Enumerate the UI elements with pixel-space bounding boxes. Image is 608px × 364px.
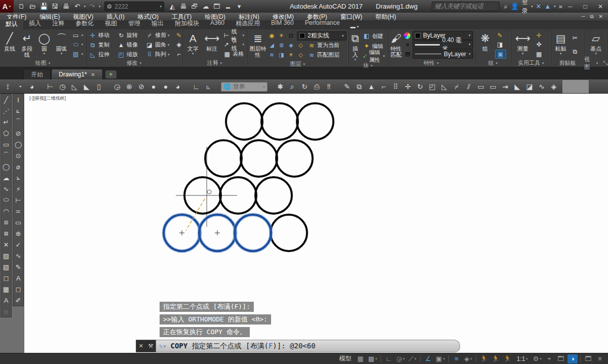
grid-icon[interactable]: ▦: [355, 354, 365, 363]
layer-vpfreeze-icon[interactable]: ◨: [278, 52, 285, 58]
scale-value[interactable]: 1:1▾: [514, 354, 530, 363]
annotation-visibility-icon[interactable]: 🏃: [479, 354, 489, 363]
show-motion-icon[interactable]: ‼: [323, 81, 334, 92]
view-sphere2-icon[interactable]: ◕: [26, 81, 37, 92]
circle-tool-icon[interactable]: ◯: [1, 161, 11, 172]
dim-angular-v-icon[interactable]: ⦛: [13, 172, 23, 183]
overflow-icon[interactable]: »: [559, 3, 562, 10]
maximize-button[interactable]: □: [578, 0, 593, 13]
cloud-icon[interactable]: ☁: [201, 2, 211, 12]
file-tab-[interactable]: 开始: [23, 69, 51, 79]
user-icon[interactable]: 👤: [511, 3, 519, 10]
group-button[interactable]: ❋组: [477, 30, 494, 59]
pie-icon[interactable]: ◕: [172, 81, 183, 92]
layer-isolate-icon[interactable]: ◈: [287, 42, 295, 49]
panel-label-draw[interactable]: 绘图▾: [0, 59, 86, 67]
layer-on-icon[interactable]: ◉: [268, 32, 276, 39]
workspace-gear-icon[interactable]: ⚙▾: [532, 354, 543, 363]
circle-5[interactable]: [276, 140, 313, 177]
panel-label-utilities[interactable]: 实用工具▾: [511, 59, 551, 67]
view-sphere-icon[interactable]: ◔: [14, 81, 25, 92]
share-icon[interactable]: 🗔: [212, 2, 222, 12]
break-icon[interactable]: ▭: [487, 81, 499, 92]
dim-baseline-icon[interactable]: ⊢: [13, 194, 23, 206]
ucs-combo[interactable]: 🌐世界▾: [221, 82, 268, 92]
properties-window-icon[interactable]: 🗕: [223, 2, 233, 12]
gradient-tool-icon[interactable]: ▧: [1, 261, 11, 272]
blend-icon[interactable]: ∿: [536, 81, 547, 92]
cut-button[interactable]: ✂: [570, 33, 580, 43]
revcloud-tool-icon[interactable]: ☁: [1, 172, 11, 183]
communication-center-icon[interactable]: ▲: [544, 3, 551, 10]
copy-button[interactable]: ⧉复制: [88, 41, 116, 50]
polyline-button[interactable]: ↵多段线: [19, 30, 35, 59]
hatch-button[interactable]: ▨▾: [71, 50, 85, 59]
explode-icon[interactable]: ◈: [548, 81, 559, 92]
zoom-icon[interactable]: ⌕: [287, 81, 298, 92]
ribbon-tab-A360[interactable]: A360: [205, 19, 230, 29]
break-at-point-icon[interactable]: ▭: [475, 81, 486, 92]
text-button[interactable]: A文字▾: [184, 30, 202, 59]
doc-restore-button[interactable]: ⧉: [588, 14, 595, 20]
ortho-icon[interactable]: ∟: [384, 354, 394, 363]
dim-ordinate-icon[interactable]: ▯: [93, 81, 104, 92]
annotation-scale-icon[interactable]: 🏃: [502, 354, 512, 363]
minimize-button[interactable]: ─: [562, 0, 578, 13]
circle-4[interactable]: [241, 140, 277, 177]
quick-calc-button[interactable]: ▦: [534, 50, 544, 59]
mirror-tool-icon[interactable]: ▲: [366, 81, 377, 92]
camera-icon[interactable]: ⎙: [311, 81, 322, 92]
ucs-icon-icon[interactable]: ⟟: [2, 81, 13, 92]
mirror-button[interactable]: ▲镜像: [116, 41, 144, 50]
dim-radius-icon[interactable]: ◯: [13, 139, 23, 150]
dim-arc-icon[interactable]: ◺: [69, 81, 80, 92]
insert-block-tool-icon[interactable]: ⧈: [1, 217, 11, 228]
arc-tool-icon[interactable]: ⌒: [1, 150, 11, 161]
dim-text-edit-icon[interactable]: A: [13, 272, 23, 284]
dim-space-icon[interactable]: ▭: [13, 217, 23, 228]
panel-label-view[interactable]: 视图▾⤡: [584, 59, 607, 67]
circle-button[interactable]: ◯圆▾: [36, 30, 52, 59]
layer-off-icon[interactable]: ≣: [278, 42, 285, 49]
stretch-tool-icon[interactable]: ◺: [439, 81, 450, 92]
ribbon-tab-视图[interactable]: 视图: [99, 19, 123, 29]
layer-unlock-icon[interactable]: ⊡: [287, 32, 295, 39]
rotate-button[interactable]: ↻旋转: [116, 31, 144, 40]
ribbon-display-toggle[interactable]: ▬▾: [350, 24, 359, 29]
orbit-icon[interactable]: ↻: [299, 81, 310, 92]
close-cmd-icon[interactable]: ✕: [139, 343, 143, 349]
circle-1[interactable]: [261, 103, 298, 140]
command-input[interactable]: ✎▾ COPY 指定第二个点或 [布满(F)]: @20<60: [156, 340, 460, 352]
tolerance-icon[interactable]: ✓: [13, 239, 23, 250]
ucs-world-icon[interactable]: ∟: [191, 81, 202, 92]
polygon-tool-icon[interactable]: ⬠: [1, 128, 11, 139]
search-binoculars-icon[interactable]: ⌕: [504, 3, 507, 11]
ellipse-arc-tool-icon[interactable]: ◠: [1, 206, 11, 217]
file-tab-Drawing1[interactable]: Drawing1*✕: [51, 69, 103, 79]
dim-jogged-icon[interactable]: ⊙: [13, 150, 23, 161]
panel-label-groups[interactable]: 组▾: [475, 59, 511, 67]
pline-tool-icon[interactable]: ↵: [1, 116, 11, 128]
pan-icon[interactable]: ✱: [275, 81, 286, 92]
dim-angular-icon[interactable]: ◷: [57, 81, 68, 92]
search-input[interactable]: 键入关键字或短语: [432, 2, 500, 11]
mtext-tool-icon[interactable]: A: [1, 295, 11, 306]
panel-label-clipboard[interactable]: 剪贴板: [551, 59, 584, 67]
fillet-tool-icon[interactable]: ◪: [524, 81, 535, 92]
dim-slope-icon[interactable]: ◣: [81, 81, 92, 92]
measure-button[interactable]: ⟷测量▾: [513, 30, 533, 59]
ungroup-button[interactable]: ✎: [495, 31, 506, 40]
copy-tool-icon[interactable]: ⧉: [354, 81, 365, 92]
array-tool-icon[interactable]: ⠿: [390, 81, 401, 92]
xline-tool-icon[interactable]: ⋰: [1, 105, 11, 116]
qdim-icon[interactable]: ⚡: [13, 183, 23, 194]
lineweight-display-icon[interactable]: ≡: [451, 354, 462, 363]
trim-button[interactable]: ⌿修剪▾: [144, 31, 173, 40]
center-mark-icon[interactable]: ∿: [13, 250, 23, 261]
extrude-icon[interactable]: ◶: [111, 81, 123, 92]
copy-clip-button[interactable]: ⧉: [570, 47, 580, 56]
arc-button[interactable]: ⌒圆弧▾: [53, 30, 69, 59]
ribbon-tab-Performance[interactable]: Performance: [299, 19, 346, 29]
fillet-button[interactable]: ◪圆角▾: [144, 41, 173, 50]
sphere-wire2-icon[interactable]: ⊘: [136, 81, 147, 92]
